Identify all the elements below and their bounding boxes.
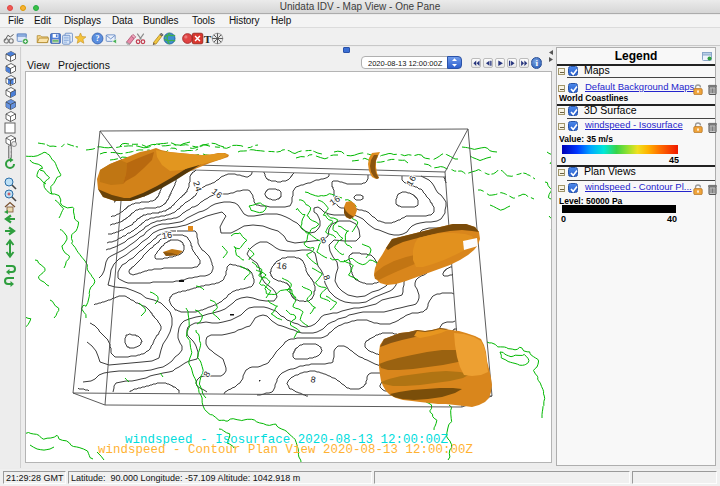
svg-text:8: 8 xyxy=(202,370,213,380)
svg-text:16: 16 xyxy=(328,194,343,208)
svg-text:24: 24 xyxy=(190,180,203,193)
svg-text:8: 8 xyxy=(309,375,316,386)
svg-text:?: ? xyxy=(95,34,99,43)
svg-text:windspeed - Contour Plan View: windspeed - Contour Plan View 2020-08-13… xyxy=(98,443,473,457)
svg-text:16: 16 xyxy=(209,187,224,202)
svg-text:16: 16 xyxy=(161,231,173,242)
svg-text:16: 16 xyxy=(276,261,288,272)
